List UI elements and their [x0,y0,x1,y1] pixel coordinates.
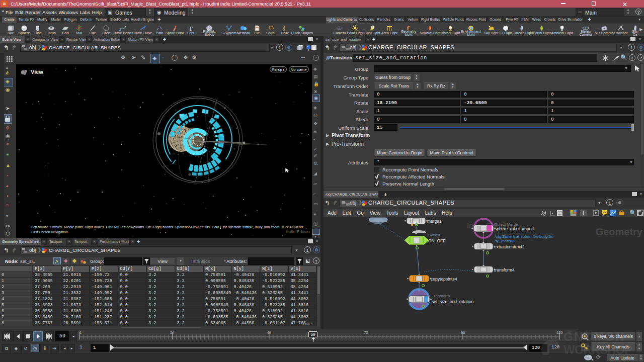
svg-text:ON_OFF: ON_OFF [428,238,445,243]
svg-text:copytopoints4: copytopoints4 [431,277,457,282]
svg-text:Geometry: Geometry [596,226,643,237]
svg-text:/obj/Spherical_robot_fbx/body/: /obj/Spherical_robot_fbx/body/bo [494,234,554,239]
svg-text:sphere_robot_import: sphere_robot_import [495,226,534,231]
svg-text:1: 1 [79,331,82,335]
svg-text:96: 96 [461,331,465,335]
svg-text:extractcentroid2: extractcentroid2 [494,244,525,249]
svg-text:transform4: transform4 [494,267,515,273]
svg-text:72: 72 [364,331,368,335]
svg-text:T: T [189,25,193,31]
svg-text:Switch: Switch [428,233,440,237]
svg-text:dy_material: dy_material [495,239,516,243]
svg-text:48: 48 [267,331,271,335]
svg-text:24: 24 [170,331,174,335]
svg-text:WORKSHOP: WORKSHOP [564,343,632,356]
svg-text:GNOMON: GNOMON [564,330,625,343]
svg-text:Transform: Transform [432,294,450,298]
svg-text:merge1: merge1 [427,219,442,224]
svg-text:set_size_and_rotation: set_size_and_rotation [432,299,473,304]
